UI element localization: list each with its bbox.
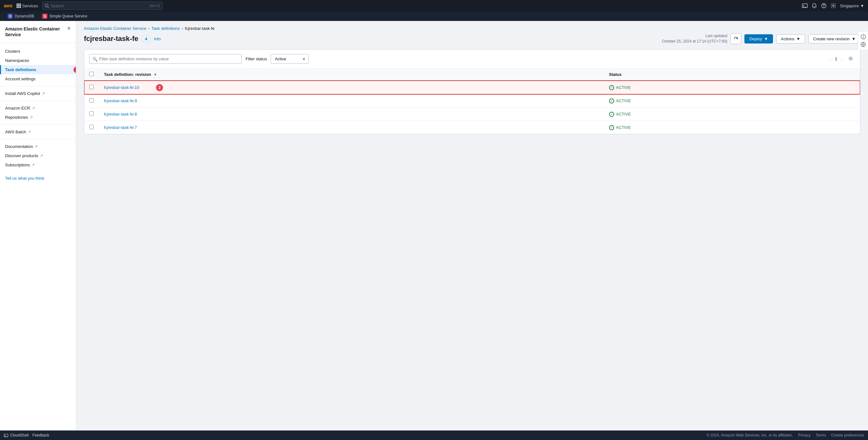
sidebar-nav: Clusters Namespaces Task definitions 1 A… [0, 45, 76, 171]
service-tab-sqs[interactable]: S Simple Queue Service [38, 11, 91, 21]
sidebar-item-subscriptions[interactable]: Subscriptions ↗ [0, 160, 76, 170]
row-9-status-label: ACTIVE [616, 98, 631, 103]
refresh-icon [734, 36, 738, 41]
revision-count-badge: 4 [142, 36, 151, 42]
search-icon [45, 4, 49, 8]
actions-button[interactable]: Actions ▼ [776, 34, 805, 43]
external-link-icon-3: ↗ [30, 115, 33, 120]
create-revision-dropdown-icon: ▼ [851, 36, 856, 41]
create-revision-button[interactable]: Create new revision ▼ [808, 34, 860, 43]
row-7-link[interactable]: fcjresbar-task-fe:7 [104, 125, 137, 130]
clusters-label: Clusters [5, 49, 20, 54]
row-8-link[interactable]: fcjresbar-task-fe:8 [104, 112, 137, 116]
page-header: fcjresbar-task-fe 4 Info Last updated Oc… [76, 33, 868, 49]
install-aws-copilot-label: Install AWS Copilot [5, 91, 40, 96]
page-number: 1 [835, 57, 837, 61]
aws-logo[interactable]: aws [4, 3, 14, 9]
sidebar-item-amazon-ecr[interactable]: Amazon ECR ↗ [0, 103, 76, 113]
table-body: fcjresbar-task-fe:10 2 ✓ ACTIVE [84, 81, 860, 134]
external-link-icon-4: ↗ [28, 130, 31, 134]
sidebar-item-clusters[interactable]: Clusters [0, 47, 76, 56]
row-10-name-cell: fcjresbar-task-fe:10 2 [99, 81, 604, 94]
task-definition-column-header[interactable]: Task definition: revision ▼ [99, 69, 604, 81]
last-updated-value: October 25, 2024 at 17:14 (UTC+7:00) [662, 39, 727, 44]
right-side-icons [858, 32, 868, 49]
service-tabs-bar: D DynamoDB S Simple Queue Service [0, 11, 868, 21]
sidebar-close-button[interactable]: ✕ [67, 26, 71, 31]
services-button[interactable]: Services [17, 3, 38, 8]
right-info-button[interactable] [860, 34, 866, 39]
row-7-status-cell: ✓ ACTIVE [604, 121, 860, 134]
sidebar-item-aws-batch[interactable]: AWS Batch ↗ [0, 127, 76, 136]
sidebar-item-discover-products[interactable]: Discover products ↗ [0, 151, 76, 160]
page-next-button[interactable]: › [839, 56, 844, 62]
help-icon-btn[interactable] [821, 3, 827, 8]
task-definition-column-label: Task definition: revision [104, 72, 151, 77]
row-7-checkbox[interactable] [89, 125, 94, 129]
status-select-wrap: Active Inactive All ▼ [271, 54, 309, 64]
row-9-link[interactable]: fcjresbar-task-fe:9 [104, 98, 137, 103]
table-head: Task definition: revision ▼ Status [84, 69, 860, 81]
top-navigation: aws Services [Alt+S] Singapore ▼ [0, 0, 868, 11]
status-column-header: Status [604, 69, 860, 81]
services-label: Services [22, 3, 38, 8]
documentation-label: Documentation [5, 144, 33, 149]
filter-input[interactable] [89, 54, 242, 64]
namespaces-label: Namespaces [5, 58, 29, 63]
search-bar: [Alt+S] [42, 2, 163, 10]
sidebar-item-account-settings[interactable]: Account settings [0, 74, 76, 83]
sidebar-item-task-definitions[interactable]: Task definitions 1 [0, 65, 76, 74]
dynamodb-label: DynamoDB [14, 14, 34, 19]
last-updated-label: Last updated [662, 33, 727, 39]
row-9-checkbox-cell [84, 94, 99, 108]
breadcrumb-ecs-link[interactable]: Amazon Elastic Container Service [84, 26, 147, 31]
row-7-checkbox-cell [84, 121, 99, 134]
last-updated: Last updated October 25, 2024 at 17:14 (… [662, 33, 727, 44]
tell-us-link[interactable]: Tell us what you think [0, 171, 76, 186]
service-tab-dynamodb[interactable]: D DynamoDB [4, 11, 38, 21]
row-10-checkbox[interactable] [89, 85, 94, 89]
sidebar-item-repositories[interactable]: Repositories ↗ [0, 113, 76, 122]
sidebar-item-namespaces[interactable]: Namespaces [0, 56, 76, 65]
page-prev-button[interactable]: ‹ [828, 56, 833, 62]
region-dropdown-icon: ▼ [860, 3, 864, 8]
row-10-status-cell: ✓ ACTIVE [604, 81, 860, 94]
discover-products-label: Discover products [5, 153, 38, 158]
refresh-button[interactable] [731, 33, 741, 44]
active-check-icon: ✓ [609, 85, 614, 90]
sidebar-divider-2 [0, 101, 76, 101]
row-7-name-cell: fcjresbar-task-fe:7 [99, 121, 604, 134]
row-8-checkbox[interactable] [89, 111, 94, 116]
sidebar-item-documentation[interactable]: Documentation ↗ [0, 142, 76, 151]
cloud-shell-icon-btn[interactable] [802, 3, 808, 8]
svg-rect-8 [18, 7, 20, 8]
select-all-checkbox[interactable] [89, 72, 94, 76]
table-header-row: Task definition: revision ▼ Status [84, 69, 860, 81]
info-link[interactable]: Info [154, 36, 161, 41]
region-selector[interactable]: Singapore ▼ [840, 3, 864, 8]
status-select[interactable]: Active Inactive All [271, 54, 309, 64]
row-10-status: ✓ ACTIVE [609, 85, 855, 90]
sidebar-divider-3 [0, 125, 76, 125]
right-globe-button[interactable] [860, 42, 866, 47]
global-search-input[interactable] [51, 3, 148, 8]
svg-rect-6 [20, 5, 21, 6]
sqs-icon: S [42, 14, 47, 19]
sidebar-item-install-aws-copilot[interactable]: Install AWS Copilot ↗ [0, 89, 76, 98]
svg-point-20 [863, 36, 864, 36]
row-10-link[interactable]: fcjresbar-task-fe:10 [104, 85, 139, 90]
row-9-checkbox[interactable] [89, 98, 94, 103]
breadcrumb-task-definitions-link[interactable]: Task definitions [152, 26, 180, 31]
filter-search-icon: 🔍 [92, 57, 97, 61]
svg-rect-3 [20, 3, 21, 5]
table-settings-button[interactable] [846, 56, 855, 63]
external-link-icon-2: ↗ [32, 106, 35, 110]
annotation-badge-2: 2 [156, 84, 163, 91]
deploy-dropdown-icon: ▼ [764, 36, 768, 41]
breadcrumb-current: fcjresbar-task-fe [185, 26, 214, 31]
sidebar-title: Amazon Elastic Container Service [5, 26, 67, 37]
filter-status-label: Filter status [246, 57, 267, 61]
deploy-button[interactable]: Deploy ▼ [744, 34, 773, 43]
settings-icon-btn[interactable] [831, 3, 836, 8]
notifications-icon-btn[interactable] [811, 3, 817, 8]
